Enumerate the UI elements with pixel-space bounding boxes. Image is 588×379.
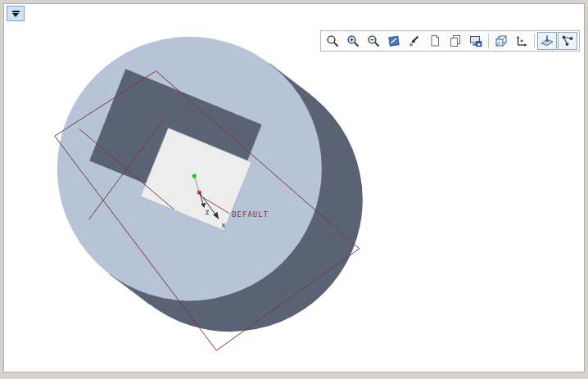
sketch-plane-icon: [540, 34, 554, 48]
3d-viewport[interactable]: x z DEFAULT: [4, 4, 584, 372]
sketch-orientation-button[interactable]: [537, 32, 557, 50]
csys-origin-point[interactable]: [192, 174, 197, 178]
csys-label-text: DEFAULT: [232, 210, 269, 219]
save-display-button[interactable]: [466, 32, 486, 50]
display-style-button[interactable]: [425, 32, 445, 50]
named-views-button[interactable]: [446, 32, 465, 50]
filter-dropdown-button[interactable]: [7, 6, 25, 21]
magnifier-icon: [325, 34, 340, 48]
zoom-in-icon: [346, 34, 360, 48]
axis-label-z: z: [205, 208, 209, 216]
spin-center-icon: [407, 34, 422, 48]
repaint-button[interactable]: [384, 32, 404, 50]
datum-display-button[interactable]: [512, 32, 531, 50]
view-manager-button[interactable]: [491, 32, 511, 50]
zoom-out-button[interactable]: [364, 32, 383, 50]
zoom-out-icon: [366, 34, 381, 48]
filter-dropdown-icon: [12, 11, 20, 12]
csys-label[interactable]: DEFAULT: [232, 210, 269, 219]
graphics-toolbar: [320, 30, 580, 52]
repaint-icon: [387, 34, 401, 48]
sketch-display-button[interactable]: [558, 32, 577, 50]
axes-icon: [514, 34, 529, 48]
zoom-region-button[interactable]: [323, 32, 342, 50]
graphics-area[interactable]: x z DEFAULT: [3, 3, 585, 372]
toolbar-separator: [534, 34, 535, 48]
cube-icon: [494, 34, 509, 48]
spin-center-button[interactable]: [405, 32, 424, 50]
copy-pages-icon: [448, 34, 463, 48]
filter-dropdown-arrow-icon: [12, 13, 19, 17]
page-icon: [427, 34, 442, 48]
zoom-in-button[interactable]: [343, 32, 363, 50]
node-network-icon: [560, 34, 575, 48]
toolbar-separator: [488, 34, 489, 48]
monitor-save-icon: [468, 34, 483, 48]
axis-label-x: x: [221, 221, 226, 229]
